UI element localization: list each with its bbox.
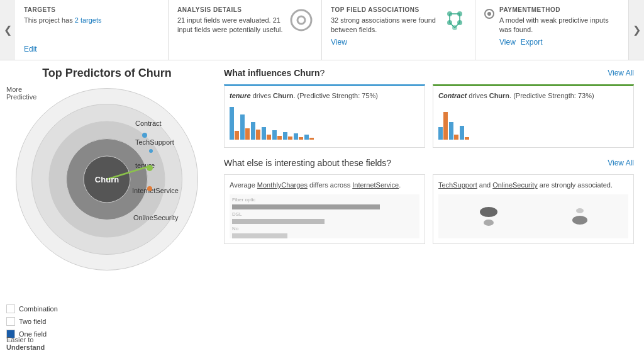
right-arrow-button[interactable]: ❯ — [629, 0, 644, 60]
left-arrow-button[interactable]: ❮ — [0, 0, 15, 60]
svg-line-11 — [455, 23, 460, 28]
bar — [240, 114, 245, 140]
left-panel: Top Predictors of Churn MorePredictive C… — [0, 60, 214, 351]
payment-view-link[interactable]: View — [499, 38, 516, 47]
influence-card-contract-header: Contract drives Churn. (Predictive Stren… — [438, 91, 628, 101]
targets-edit-link[interactable]: Edit — [24, 45, 37, 53]
bar — [251, 122, 255, 140]
influences-section-header: What influences Churn? View All — [224, 68, 634, 78]
interesting-monthly-period: . — [399, 181, 401, 189]
field-label-techsupport: TechSupport — [135, 138, 174, 146]
targets-body-text: This project has — [24, 16, 73, 24]
influences-title-prefix: What influences — [224, 68, 291, 78]
bar — [454, 135, 458, 140]
targets-title: TARGETS — [24, 6, 159, 13]
bar — [443, 112, 448, 140]
interesting-cards: Average MonthlyCharges differs across In… — [224, 174, 634, 244]
bar — [288, 136, 292, 140]
svg-point-0 — [291, 10, 311, 30]
field-label-internetservice: InternetService — [132, 187, 179, 194]
targets-body: This project has 2 targets — [24, 16, 159, 42]
bar — [460, 126, 464, 140]
interesting-tech-text2: are strongly associated. — [538, 181, 613, 189]
bar — [294, 133, 298, 140]
payment-section: PaymentMethod A model with weak predicti… — [475, 0, 629, 60]
dot-group-2 — [572, 208, 587, 225]
influence-card-tenure-header: tenure drives Churn. (Predictive Strengt… — [230, 91, 419, 101]
payment-title: PaymentMethod — [499, 6, 619, 13]
bar — [262, 127, 266, 140]
influences-title-target: Churn — [294, 68, 319, 78]
bar — [267, 135, 271, 140]
associations-body: 32 strong associations were found betwee… — [331, 16, 437, 35]
influence-card-tenure: tenure drives Churn. (Predictive Strengt… — [224, 84, 425, 148]
bar — [438, 127, 443, 140]
chart-title-prefix: Top Predictors of — [42, 67, 138, 79]
svg-line-10 — [450, 23, 455, 28]
payment-body: A model with weak predictive inputs was … — [499, 16, 619, 35]
interesting-techsupport-header: TechSupport and OnlineSecurity are stron… — [438, 180, 628, 191]
interesting-monthly-header: Average MonthlyCharges differs across In… — [230, 180, 419, 191]
influence-tenure-field: tenure — [230, 92, 251, 99]
chart-title: Top Predictors of Churn — [42, 67, 172, 80]
targets-section: TARGETS This project has 2 targets Edit — [15, 0, 169, 60]
targets-link[interactable]: 2 targets — [75, 16, 102, 24]
interesting-tech-text1: and — [477, 181, 492, 189]
dot-group-1 — [480, 207, 497, 226]
bar — [256, 130, 260, 140]
bar — [449, 122, 453, 140]
influence-card-contract: Contract drives Churn. (Predictive Stren… — [433, 84, 634, 148]
field-label-onlinesecurity: OnlineSecurity — [133, 214, 179, 221]
right-panel: What influences Churn? View All tenure d… — [214, 60, 644, 351]
predictor-chart: Churn Contract TechSupport tenure Inte — [13, 85, 201, 274]
influences-view-all[interactable]: View All — [608, 69, 634, 77]
interesting-card-monthly: Average MonthlyCharges differs across In… — [224, 174, 425, 244]
associations-view-link[interactable]: View — [331, 38, 347, 47]
interesting-monthly-text1: Average — [230, 181, 257, 189]
tenure-chart — [230, 104, 419, 142]
bar — [230, 107, 234, 140]
chart-bar-fiber — [232, 204, 380, 209]
legend-label-two-field: Two field — [19, 318, 46, 325]
bar — [235, 131, 239, 140]
bar — [245, 128, 250, 140]
interesting-view-all[interactable]: View All — [608, 159, 634, 167]
analysis-body: 21 input fields were evaluated. 21 input… — [177, 16, 284, 35]
analysis-title: ANALYSIS DETAILS — [177, 6, 284, 13]
legend-label-combination: Combination — [19, 305, 58, 313]
bar — [283, 132, 287, 140]
chart-bar-no — [232, 233, 287, 238]
chart-label-fiber: Fiber optic — [232, 197, 417, 203]
chart-title-target: Churn — [138, 67, 172, 79]
legend-box-combination — [6, 304, 15, 313]
associations-title: TOP FIELD ASSOCIATIONS — [331, 6, 437, 13]
influence-contract-text: drives Churn. (Predictive Strength: 73%) — [469, 92, 594, 99]
interesting-card-techsupport: TechSupport and OnlineSecurity are stron… — [433, 174, 634, 244]
bar — [277, 136, 282, 140]
influences-cards: tenure drives Churn. (Predictive Strengt… — [224, 84, 634, 148]
analysis-section: ANALYSIS DETAILS 21 input fields were ev… — [169, 0, 322, 60]
interesting-tech-field2: OnlineSecurity — [492, 181, 538, 189]
payment-radio-icon — [484, 9, 494, 21]
payment-export-link[interactable]: Export — [521, 38, 543, 47]
techsupport-chart-area — [438, 194, 628, 238]
main-content: Top Predictors of Churn MorePredictive C… — [0, 60, 644, 351]
interesting-monthly-field2: InternetService — [352, 181, 399, 189]
interesting-monthly-field1: MonthlyCharges — [257, 181, 308, 189]
legend-item-combination: Combination — [6, 304, 58, 313]
top-bar: ❮ TARGETS This project has 2 targets Edi… — [0, 0, 644, 60]
legend-item-two-field: Two field — [6, 317, 58, 326]
dot-medium — [484, 220, 494, 226]
monthly-chart-area: Fiber optic DSL No — [230, 194, 419, 238]
influence-contract-field: Contract — [438, 92, 467, 99]
influences-title: What influences Churn? — [224, 68, 325, 78]
field-label-tenure: tenure — [135, 162, 155, 169]
bar — [465, 137, 469, 140]
chart-bar-dsl — [232, 219, 325, 224]
bar — [299, 137, 303, 140]
chart-label-dsl: DSL — [232, 211, 417, 217]
svg-point-13 — [487, 12, 491, 16]
chart-label-no: No — [232, 226, 417, 231]
bar — [272, 130, 277, 140]
legend: Combination Two field One field — [6, 304, 58, 338]
